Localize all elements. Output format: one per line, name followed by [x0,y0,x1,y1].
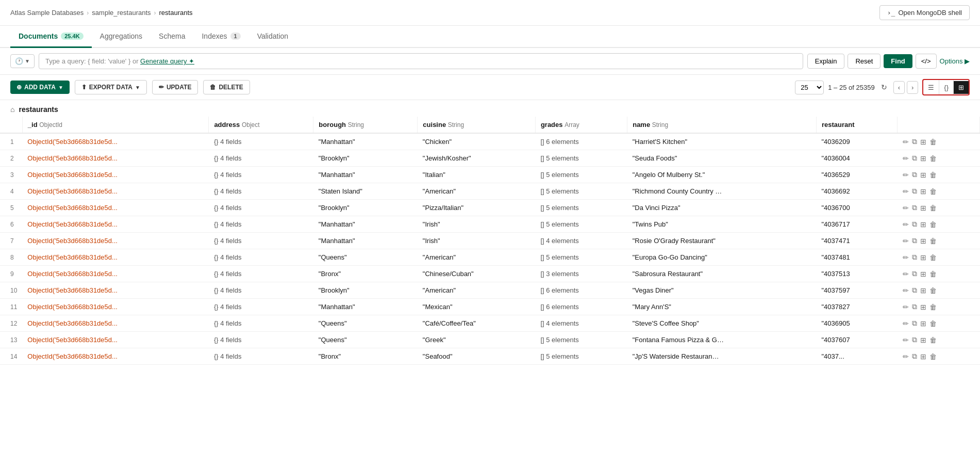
edit-icon[interactable]: ✏ [903,253,909,262]
next-page-button[interactable]: › [907,81,918,94]
clone-icon[interactable]: ⊞ [920,187,926,196]
copy-icon[interactable]: ⧉ [912,302,917,311]
query-input-area[interactable]: Type a query: { field: 'value' } or Gene… [39,53,803,69]
delete-row-icon[interactable]: 🗑 [929,187,937,196]
copy-icon[interactable]: ⧉ [912,154,917,163]
clone-icon[interactable]: ⊞ [920,303,926,311]
edit-icon[interactable]: ✏ [903,352,909,361]
delete-row-icon[interactable]: 🗑 [929,220,937,229]
clone-icon[interactable]: ⊞ [920,352,926,361]
pagination-nav: ‹ › [893,81,919,94]
clone-icon[interactable]: ⊞ [920,237,926,245]
delete-row-icon[interactable]: 🗑 [929,204,937,212]
tab-documents-badge: 25.4K [61,33,83,40]
clone-icon[interactable]: ⊞ [920,154,926,163]
export-data-button[interactable]: ⬆ EXPORT DATA ▼ [75,80,147,94]
find-button[interactable]: Find [884,54,912,68]
edit-icon[interactable]: ✏ [903,204,909,212]
edit-icon[interactable]: ✏ [903,138,909,146]
edit-icon[interactable]: ✏ [903,220,909,229]
cell-row-actions: ✏ ⧉ ⊞ 🗑 [898,249,980,266]
copy-icon[interactable]: ⧉ [912,187,917,196]
edit-icon[interactable]: ✏ [903,187,909,196]
delete-row-icon[interactable]: 🗑 [929,138,937,146]
list-view-button[interactable]: ☰ [923,81,939,94]
delete-row-icon[interactable]: 🗑 [929,237,937,245]
edit-icon[interactable]: ✏ [903,319,909,328]
open-mongodb-shell-button[interactable]: ›_ Open MongoDB shell [879,5,970,20]
table-view-button[interactable]: ⊞ [954,81,969,94]
update-button[interactable]: ✏ UPDATE [152,80,198,94]
col-name: name String [627,117,817,133]
breadcrumb-atlas[interactable]: Atlas Sample Databases [10,9,84,17]
pencil-icon: ✏ [159,84,164,91]
copy-icon[interactable]: ⧉ [912,236,917,245]
edit-icon[interactable]: ✏ [903,171,909,179]
per-page-select[interactable]: 25 50 100 [795,81,824,94]
delete-row-icon[interactable]: 🗑 [929,171,937,179]
cell-borough: "Brooklyn" [313,282,418,299]
edit-icon[interactable]: ✏ [903,154,909,163]
tab-validation[interactable]: Validation [249,26,296,48]
prev-page-button[interactable]: ‹ [893,81,905,94]
delete-row-icon[interactable]: 🗑 [929,154,937,163]
edit-icon[interactable]: ✏ [903,336,909,344]
breadcrumb-collection[interactable]: restaurants [159,9,193,17]
json-view-button[interactable]: {} [939,81,953,94]
edit-icon[interactable]: ✏ [903,286,909,295]
cell-borough: "Queens" [313,315,418,332]
clone-icon[interactable]: ⊞ [920,286,926,295]
edit-icon[interactable]: ✏ [903,237,909,245]
cell-name: "Fontana Famous Pizza & G… [627,332,817,348]
cell-grades: [] 4 elements [535,233,627,249]
chevron-down-icon: ▼ [25,58,30,64]
copy-icon[interactable]: ⧉ [912,203,917,212]
delete-row-icon[interactable]: 🗑 [929,286,937,295]
action-bar: ⊕ ADD DATA ▼ ⬆ EXPORT DATA ▼ ✏ UPDATE 🗑 … [0,75,980,100]
breadcrumb-db[interactable]: sample_restaurants [92,9,151,17]
copy-icon[interactable]: ⧉ [912,319,917,328]
delete-row-icon[interactable]: 🗑 [929,352,937,361]
query-history-button[interactable]: 🕐 ▼ [10,54,35,68]
delete-row-icon[interactable]: 🗑 [929,253,937,262]
clone-icon[interactable]: ⊞ [920,253,926,262]
generate-query-link[interactable]: Generate query ✦ [140,57,194,65]
delete-row-icon[interactable]: 🗑 [929,319,937,328]
tab-documents[interactable]: Documents 25.4K [10,26,92,48]
explain-button[interactable]: Explain [807,54,845,69]
delete-button[interactable]: 🗑 DELETE [203,80,250,94]
clone-icon[interactable]: ⊞ [920,270,926,278]
cell-row-actions: ✏ ⧉ ⊞ 🗑 [898,266,980,282]
copy-icon[interactable]: ⧉ [912,269,917,278]
cell-restaurant: "4037827 [816,299,897,315]
breadcrumb: Atlas Sample Databases › sample_restaura… [10,9,193,17]
copy-icon[interactable]: ⧉ [912,286,917,295]
copy-icon[interactable]: ⧉ [912,253,917,262]
clone-icon[interactable]: ⊞ [920,204,926,212]
refresh-button[interactable]: ↻ [879,81,889,93]
edit-icon[interactable]: ✏ [903,303,909,311]
edit-icon[interactable]: ✏ [903,270,909,278]
clone-icon[interactable]: ⊞ [920,336,926,344]
clone-icon[interactable]: ⊞ [920,138,926,146]
cell-restaurant: "4036905 [816,315,897,332]
delete-row-icon[interactable]: 🗑 [929,303,937,311]
reset-button[interactable]: Reset [848,54,881,69]
options-button[interactable]: Options ▶ [940,57,970,65]
copy-icon[interactable]: ⧉ [912,335,917,344]
delete-row-icon[interactable]: 🗑 [929,270,937,278]
tab-indexes[interactable]: Indexes 1 [193,26,248,48]
tab-schema[interactable]: Schema [151,26,193,48]
clone-icon[interactable]: ⊞ [920,220,926,229]
code-view-button[interactable]: </> [916,54,937,69]
add-data-button[interactable]: ⊕ ADD DATA ▼ [10,81,70,94]
cell-id: ObjectId('5eb3d668b31de5d... [22,133,209,150]
tab-aggregations[interactable]: Aggregations [92,26,151,48]
copy-icon[interactable]: ⧉ [912,170,917,179]
copy-icon[interactable]: ⧉ [912,220,917,229]
copy-icon[interactable]: ⧉ [912,352,917,361]
clone-icon[interactable]: ⊞ [920,171,926,179]
clone-icon[interactable]: ⊞ [920,319,926,328]
copy-icon[interactable]: ⧉ [912,137,917,146]
delete-row-icon[interactable]: 🗑 [929,336,937,344]
